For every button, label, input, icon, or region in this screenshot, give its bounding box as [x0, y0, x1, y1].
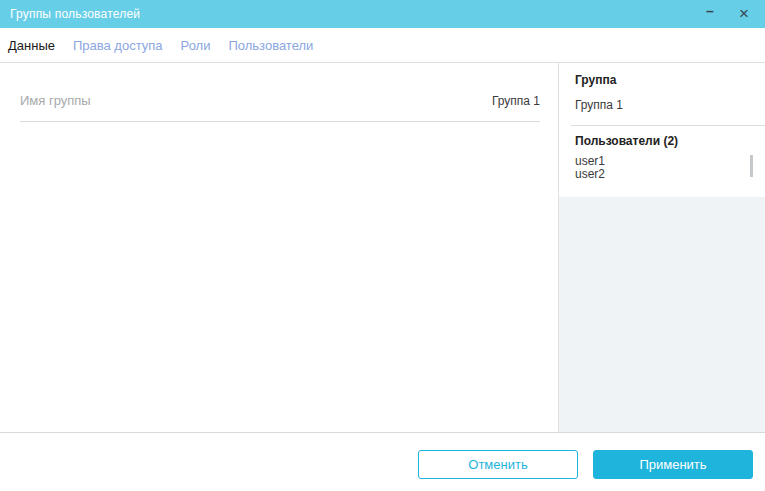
group-name-value: Группа 1 [492, 94, 540, 108]
footer-bar: Отменить Применить [0, 432, 765, 491]
tab-data[interactable]: Данные [8, 38, 55, 53]
scrollbar-thumb[interactable] [750, 155, 753, 177]
tab-access-rights[interactable]: Права доступа [73, 38, 163, 53]
window-title: Группы пользователей [0, 7, 140, 21]
minimize-icon[interactable]: – [693, 0, 727, 28]
tab-bar: Данные Права доступа Роли Пользователи [0, 28, 765, 62]
group-section-title: Группа [575, 73, 749, 87]
main-panel: Имя группы Группа 1 [0, 63, 558, 432]
tab-roles[interactable]: Роли [181, 38, 211, 53]
window-controls: – × [693, 0, 761, 28]
summary-sidebar: Группа Группа 1 Пользователи (2) user1 u… [559, 63, 765, 432]
users-section-title: Пользователи (2) [575, 134, 749, 148]
users-list: user1 user2 [575, 155, 749, 181]
cancel-button[interactable]: Отменить [418, 450, 578, 479]
title-bar: Группы пользователей – × [0, 0, 765, 28]
group-name-placeholder: Имя группы [20, 93, 91, 108]
list-item: user2 [575, 168, 749, 181]
content-area: Имя группы Группа 1 Группа Группа 1 Поль… [0, 62, 765, 432]
summary-card: Группа Группа 1 Пользователи (2) user1 u… [559, 63, 765, 197]
group-section-value: Группа 1 [575, 98, 749, 112]
users-summary-section: Пользователи (2) user1 user2 [559, 126, 765, 197]
group-name-field[interactable]: Имя группы Группа 1 [20, 93, 540, 122]
close-icon[interactable]: × [727, 0, 761, 28]
apply-button[interactable]: Применить [593, 450, 753, 479]
tab-users[interactable]: Пользователи [228, 38, 313, 53]
group-summary-section: Группа Группа 1 [559, 63, 765, 125]
